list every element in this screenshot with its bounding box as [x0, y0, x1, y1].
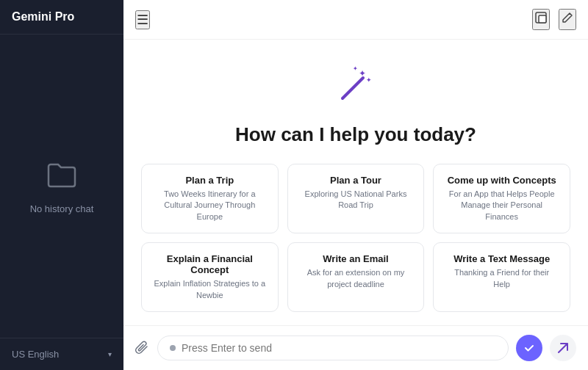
wand-icon: ✦ ✦ ✦	[332, 62, 379, 112]
topbar-actions	[532, 9, 576, 30]
card-1[interactable]: Plan a Tour Exploring US National Parks …	[287, 164, 425, 233]
chat-input[interactable]	[182, 342, 496, 354]
attach-button[interactable]	[135, 341, 150, 355]
svg-text:✦: ✦	[359, 68, 366, 79]
card-title-2: Come up with Concepts	[445, 175, 558, 186]
chevron-down-icon: ▾	[108, 350, 112, 358]
topbar: ☰	[123, 0, 588, 40]
main-content: ☰ ✦ ✦ ✦	[123, 0, 588, 370]
input-bar	[123, 325, 588, 370]
card-desc-1: Exploring US National Parks Road Trip	[300, 189, 412, 211]
cards-grid: Plan a Trip Two Weeks Itinerary for a Cu…	[141, 164, 570, 312]
card-desc-3: Explain Inflation Strategies to a Newbie	[154, 278, 266, 301]
card-title-1: Plan a Tour	[300, 175, 412, 186]
card-desc-4: Ask for an extension on my project deadl…	[300, 267, 412, 290]
card-2[interactable]: Come up with Concepts For an App that He…	[433, 164, 570, 233]
svg-text:✦: ✦	[353, 65, 358, 72]
card-title-4: Write an Email	[300, 253, 412, 264]
card-desc-5: Thanking a Friend for their Help	[445, 267, 558, 290]
new-window-button[interactable]	[532, 9, 550, 30]
menu-button[interactable]: ☰	[135, 10, 150, 29]
folder-icon	[44, 158, 79, 196]
input-dot-icon	[170, 345, 176, 351]
edit-button[interactable]	[559, 9, 576, 30]
card-title-0: Plan a Trip	[154, 175, 266, 186]
card-5[interactable]: Write a Text Message Thanking a Friend f…	[433, 242, 570, 312]
sidebar: Gemini Pro No history chat US English ▾	[0, 0, 123, 370]
sidebar-content: No history chat	[18, 35, 106, 338]
send-check-button[interactable]	[516, 335, 542, 361]
card-title-5: Write a Text Message	[445, 253, 558, 264]
card-4[interactable]: Write an Email Ask for an extension on m…	[287, 242, 425, 312]
card-title-3: Explain a Financial Concept	[154, 253, 266, 275]
card-3[interactable]: Explain a Financial Concept Explain Infl…	[141, 242, 279, 312]
no-history-label: No history chat	[18, 203, 106, 214]
card-desc-0: Two Weeks Itinerary for a Cultural Journ…	[154, 189, 266, 222]
svg-text:✦: ✦	[366, 76, 372, 84]
input-wrapper	[157, 335, 509, 360]
hero-area: ✦ ✦ ✦ How can I help you today? Plan a T…	[123, 40, 588, 325]
card-desc-2: For an App that Helps People Manage thei…	[445, 189, 558, 222]
svg-rect-1	[539, 15, 546, 23]
sidebar-footer[interactable]: US English ▾	[0, 338, 123, 370]
hero-title: How can I help you today?	[235, 123, 476, 146]
language-label: US English	[12, 349, 59, 360]
card-0[interactable]: Plan a Trip Two Weeks Itinerary for a Cu…	[141, 164, 279, 233]
send-arrow-button[interactable]	[550, 335, 576, 361]
svg-line-2	[343, 78, 363, 98]
sidebar-header: Gemini Pro	[0, 0, 123, 35]
sidebar-title: Gemini Pro	[12, 10, 74, 23]
